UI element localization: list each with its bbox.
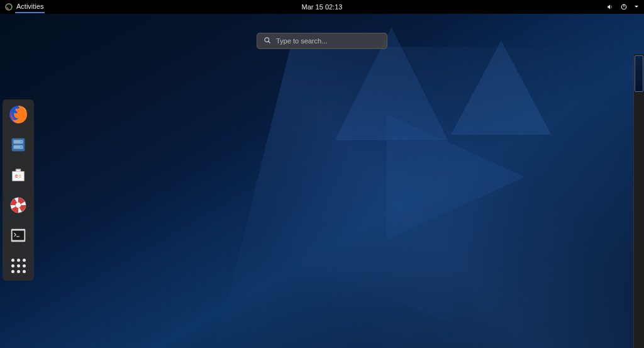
search-input[interactable] xyxy=(276,37,380,45)
power-icon[interactable] xyxy=(620,3,628,11)
system-tray[interactable] xyxy=(606,3,639,11)
help-icon[interactable] xyxy=(7,194,30,216)
show-applications-icon[interactable] xyxy=(7,254,30,277)
firefox-icon[interactable] xyxy=(7,103,30,126)
svg-point-3 xyxy=(265,38,269,42)
distro-logo-icon xyxy=(5,3,13,11)
top-panel: Activities Mar 15 02:13 xyxy=(0,0,644,14)
svg-line-4 xyxy=(269,42,270,43)
activities-button[interactable]: Activities xyxy=(15,1,45,13)
dropdown-arrow-icon[interactable] xyxy=(634,4,639,9)
workspace-switcher[interactable] xyxy=(633,54,644,348)
svg-point-10 xyxy=(21,147,22,148)
top-panel-left: Activities xyxy=(5,1,45,13)
workspace-thumbnail-active[interactable] xyxy=(635,55,643,92)
files-icon[interactable] xyxy=(7,133,30,156)
clock[interactable]: Mar 15 02:13 xyxy=(302,3,343,11)
svg-rect-19 xyxy=(13,231,25,240)
svg-rect-14 xyxy=(15,176,21,177)
search-icon xyxy=(264,35,271,47)
desktop-background xyxy=(0,14,644,348)
software-icon[interactable] xyxy=(7,164,30,186)
dock xyxy=(3,99,34,281)
volume-icon[interactable] xyxy=(606,3,614,11)
terminal-icon[interactable] xyxy=(7,224,30,247)
svg-point-9 xyxy=(21,141,22,142)
search-bar[interactable] xyxy=(257,33,387,49)
grid-dots-icon xyxy=(11,259,26,273)
